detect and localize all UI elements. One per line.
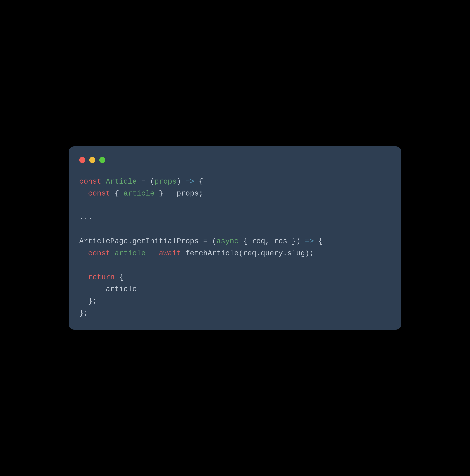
code-token	[79, 273, 88, 282]
code-window: const Article = (props) => { const { art…	[69, 146, 401, 329]
maximize-icon[interactable]	[99, 157, 105, 163]
code-line	[79, 259, 391, 271]
code-token: async	[217, 237, 238, 246]
code-token: {	[194, 177, 203, 186]
code-line	[79, 200, 391, 211]
code-line: const Article = (props) => {	[79, 176, 391, 188]
code-token	[79, 249, 88, 258]
code-token: )	[177, 177, 185, 186]
code-token: {	[115, 273, 124, 282]
code-token: const	[88, 189, 110, 198]
code-token: const	[79, 177, 106, 186]
code-token: };	[79, 297, 97, 306]
code-line: ...	[79, 211, 391, 223]
code-token: article	[79, 285, 137, 293]
code-token: = (	[137, 177, 155, 186]
code-token: article	[124, 189, 154, 198]
code-line: };	[79, 295, 391, 307]
code-token: const	[88, 249, 114, 258]
code-token: =	[145, 249, 159, 258]
window-titlebar	[79, 157, 391, 163]
code-token: return	[88, 273, 114, 282]
code-line: const article = await fetchArticle(req.q…	[79, 247, 391, 259]
code-line: ArticlePage.getInitialProps = (async { r…	[79, 235, 391, 247]
code-token: ArticlePage.getInitialProps = (	[79, 237, 217, 246]
code-token: } = props;	[155, 189, 203, 198]
code-line: };	[79, 307, 391, 319]
close-icon[interactable]	[79, 157, 85, 163]
code-token: props	[155, 177, 177, 186]
code-token: {	[314, 237, 323, 246]
code-token: article	[115, 249, 145, 258]
code-line: const { article } = props;	[79, 188, 391, 200]
code-token: =>	[305, 237, 314, 246]
code-token: await	[159, 249, 181, 258]
code-line: article	[79, 283, 391, 295]
code-token: ...	[79, 213, 92, 222]
code-line: return {	[79, 271, 391, 283]
code-token: { req, res })	[238, 237, 305, 246]
minimize-icon[interactable]	[89, 157, 95, 163]
code-token: fetchArticle(req.query.slug);	[181, 249, 314, 258]
code-token: };	[79, 309, 88, 317]
code-token: {	[110, 189, 124, 198]
code-line	[79, 223, 391, 235]
code-token: Article	[106, 177, 137, 186]
code-token: =>	[185, 177, 194, 186]
code-token	[79, 189, 88, 198]
code-block: const Article = (props) => { const { art…	[79, 176, 391, 319]
